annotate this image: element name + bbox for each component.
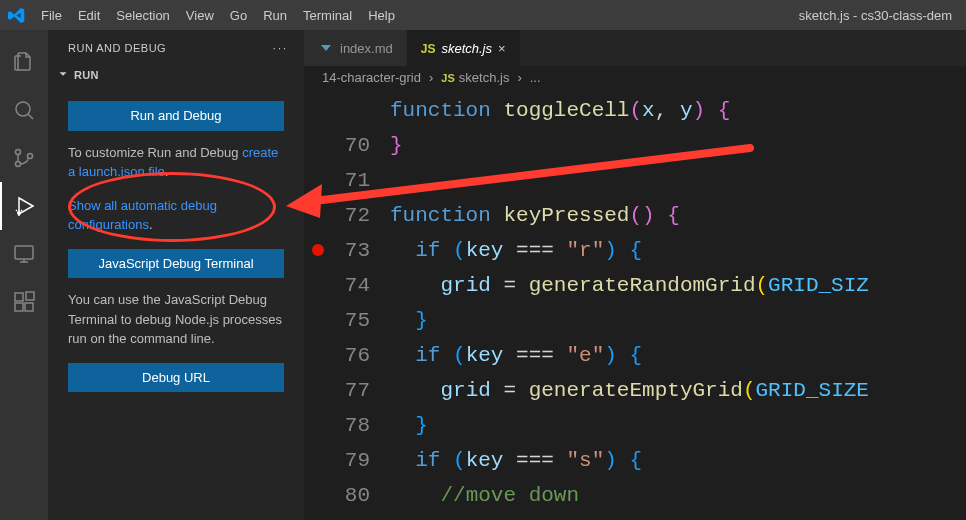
chevron-down-icon — [56, 67, 70, 83]
show-all-configs-text: Show all automatic debug configurations. — [68, 196, 284, 235]
breadcrumb-segment[interactable]: 14-character-grid — [322, 70, 421, 85]
remote-explorer-icon[interactable] — [0, 230, 48, 278]
tab-sketch-js[interactable]: JSsketch.js× — [407, 30, 520, 66]
breadcrumb-separator — [513, 70, 525, 85]
code-line[interactable]: 73 if (key === "r") { — [304, 233, 966, 268]
run-and-debug-button[interactable]: Run and Debug — [68, 101, 284, 131]
code-line[interactable]: 74 grid = generateRandomGrid(GRID_SIZ — [304, 268, 966, 303]
file-icon — [318, 39, 334, 58]
code-line[interactable]: 71 — [304, 163, 966, 198]
run-debug-sidebar: RUN AND DEBUG ··· RUN Run and Debug To c… — [48, 30, 304, 520]
tab-index-md[interactable]: index.md — [304, 30, 407, 66]
breadcrumb-separator — [425, 70, 437, 85]
breadcrumb-segment[interactable]: sketch.js — [459, 70, 510, 85]
code-text[interactable]: if (key === "e") { — [390, 338, 642, 373]
breadcrumbs[interactable]: 14-character-gridJS sketch.js ... — [304, 66, 966, 89]
code-text[interactable]: //move down — [390, 478, 579, 513]
code-line[interactable]: 70} — [304, 128, 966, 163]
code-line[interactable]: 72function keyPressed() { — [304, 198, 966, 233]
editor-tabs: index.mdJSsketch.js× — [304, 30, 966, 66]
glyph-margin[interactable] — [304, 198, 334, 233]
code-text[interactable]: } — [390, 303, 428, 338]
tab-label: sketch.js — [441, 41, 492, 56]
menu-file[interactable]: File — [33, 4, 70, 27]
code-line[interactable]: 76 if (key === "e") { — [304, 338, 966, 373]
menu-terminal[interactable]: Terminal — [295, 4, 360, 27]
svg-point-2 — [16, 162, 21, 167]
code-line[interactable]: 80 //move down — [304, 478, 966, 513]
run-debug-icon[interactable] — [0, 182, 48, 230]
explorer-icon[interactable] — [0, 38, 48, 86]
glyph-margin[interactable] — [304, 408, 334, 443]
sidebar-header: RUN AND DEBUG ··· — [48, 30, 304, 65]
extensions-icon[interactable] — [0, 278, 48, 326]
close-icon[interactable]: × — [498, 41, 506, 56]
glyph-margin[interactable] — [304, 163, 334, 198]
svg-rect-5 — [15, 246, 33, 259]
svg-rect-6 — [15, 293, 23, 301]
sidebar-title: RUN AND DEBUG — [68, 42, 166, 54]
main-menu: FileEditSelectionViewGoRunTerminalHelp — [33, 4, 403, 27]
activity-bar — [0, 30, 48, 520]
menu-run[interactable]: Run — [255, 4, 295, 27]
code-text[interactable]: grid = generateRandomGrid(GRID_SIZ — [390, 268, 869, 303]
glyph-margin[interactable] — [304, 128, 334, 163]
line-number: 79 — [334, 443, 390, 478]
show-all-configs-link[interactable]: Show all automatic debug configurations — [68, 198, 217, 233]
source-control-icon[interactable] — [0, 134, 48, 182]
glyph-margin[interactable] — [304, 373, 334, 408]
code-line[interactable]: 78 } — [304, 408, 966, 443]
svg-rect-7 — [15, 303, 23, 311]
tab-label: index.md — [340, 41, 393, 56]
svg-point-1 — [16, 150, 21, 155]
editor-area: index.mdJSsketch.js× 14-character-gridJS… — [304, 30, 966, 520]
menu-edit[interactable]: Edit — [70, 4, 108, 27]
breakpoint-icon[interactable] — [312, 244, 324, 256]
svg-point-3 — [28, 154, 33, 159]
line-number: 72 — [334, 198, 390, 233]
line-number: 74 — [334, 268, 390, 303]
glyph-margin[interactable] — [304, 268, 334, 303]
menu-help[interactable]: Help — [360, 4, 403, 27]
js-debug-terminal-button[interactable]: JavaScript Debug Terminal — [68, 249, 284, 279]
svg-point-0 — [16, 102, 30, 116]
menu-selection[interactable]: Selection — [108, 4, 177, 27]
glyph-margin[interactable] — [304, 93, 334, 128]
code-text[interactable]: if (key === "s") { — [390, 443, 642, 478]
line-number — [334, 93, 390, 128]
window-title: sketch.js - cs30-class-dem — [403, 8, 958, 23]
glyph-margin[interactable] — [304, 233, 334, 268]
more-actions-icon[interactable]: ··· — [273, 42, 288, 54]
code-text[interactable]: function toggleCell(x, y) { — [390, 93, 730, 128]
title-bar: FileEditSelectionViewGoRunTerminalHelp s… — [0, 0, 966, 30]
customize-text: To customize Run and Debug create a laun… — [68, 143, 284, 182]
code-text[interactable]: function keyPressed() { — [390, 198, 680, 233]
svg-rect-9 — [26, 292, 34, 300]
line-number: 75 — [334, 303, 390, 338]
run-section-header[interactable]: RUN — [48, 65, 304, 85]
code-editor[interactable]: function toggleCell(x, y) {70}7172functi… — [304, 89, 966, 520]
line-number: 73 — [334, 233, 390, 268]
code-text[interactable]: if (key === "r") { — [390, 233, 642, 268]
line-number: 80 — [334, 478, 390, 513]
code-line[interactable]: 77 grid = generateEmptyGrid(GRID_SIZE — [304, 373, 966, 408]
code-text[interactable]: } — [390, 128, 403, 163]
debug-url-button[interactable]: Debug URL — [68, 363, 284, 393]
code-text[interactable]: } — [390, 408, 428, 443]
code-line[interactable]: 79 if (key === "s") { — [304, 443, 966, 478]
js-file-icon: JS — [441, 70, 454, 85]
breadcrumb-segment[interactable]: ... — [530, 70, 541, 85]
code-line[interactable]: function toggleCell(x, y) { — [304, 93, 966, 128]
glyph-margin[interactable] — [304, 478, 334, 513]
glyph-margin[interactable] — [304, 338, 334, 373]
code-line[interactable]: 75 } — [304, 303, 966, 338]
svg-point-4 — [17, 211, 21, 215]
code-text[interactable]: grid = generateEmptyGrid(GRID_SIZE — [390, 373, 869, 408]
glyph-margin[interactable] — [304, 303, 334, 338]
line-number: 76 — [334, 338, 390, 373]
line-number: 77 — [334, 373, 390, 408]
menu-go[interactable]: Go — [222, 4, 255, 27]
menu-view[interactable]: View — [178, 4, 222, 27]
search-icon[interactable] — [0, 86, 48, 134]
glyph-margin[interactable] — [304, 443, 334, 478]
